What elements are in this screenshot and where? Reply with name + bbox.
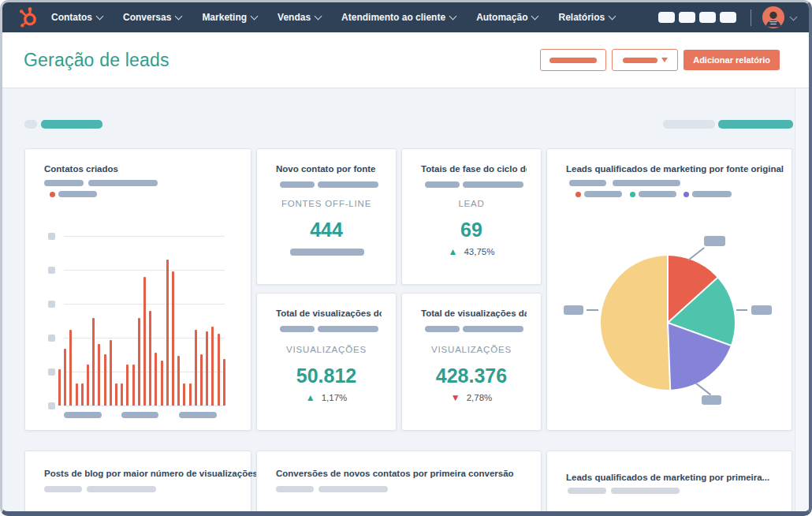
- report-card-novo-contato-por-fonte[interactable]: Novo contato por fonte FONTES OFF-LINE 4…: [256, 148, 397, 285]
- bar: [183, 383, 185, 406]
- redacted-pie-label: [564, 305, 583, 315]
- bar: [195, 330, 197, 406]
- nav-utility-icon-1[interactable]: [658, 12, 675, 23]
- pie-callout-line: [587, 309, 598, 311]
- pie-slice-separator: [668, 322, 732, 346]
- redacted-subtitle-bar: [280, 181, 315, 188]
- redacted-subtitle-bar: [425, 326, 460, 332]
- report-title: Novo contato por fonte: [276, 164, 376, 174]
- report-card-totais-de-fase[interactable]: Totais de fase do ciclo de... LEAD 69 ▲ …: [401, 148, 542, 285]
- nav-item-marketing[interactable]: Marketing: [202, 12, 257, 23]
- redacted-yaxis-tick: [48, 267, 55, 274]
- bar: [155, 353, 157, 406]
- nav-item-relatorios[interactable]: Relatórios: [558, 12, 615, 23]
- toolbar-placeholder-pill: [24, 120, 37, 129]
- delta-value: 2,78%: [467, 393, 493, 402]
- metric-value: 428.376: [402, 365, 541, 387]
- nav-item-vendas[interactable]: Vendas: [277, 12, 321, 23]
- bar: [76, 383, 78, 406]
- report-card-total-visualizacoes-da[interactable]: Total de visualizações da... VISUALIZAÇÕ…: [401, 293, 542, 431]
- add-report-button[interactable]: Adicionar relatório: [683, 50, 780, 70]
- chevron-down-icon: [449, 13, 457, 21]
- gridline: [64, 236, 225, 237]
- bar: [177, 356, 180, 406]
- bar: [64, 349, 66, 406]
- delta-row: ▲ 1,17%: [257, 393, 396, 402]
- bar: [121, 383, 123, 406]
- pie-callout-line: [736, 309, 747, 311]
- user-avatar[interactable]: [762, 6, 784, 28]
- bar-chart-bars: [58, 260, 225, 406]
- metric-label: VISUALIZAÇÕES: [402, 345, 541, 354]
- report-card-posts-de-blog[interactable]: Posts de blog por maior número de visual…: [24, 451, 251, 516]
- vertical-scrollbar[interactable]: [795, 32, 809, 511]
- dashboard-filter-button[interactable]: [540, 49, 606, 71]
- redacted-subtitle-bar: [276, 486, 314, 492]
- report-title: Totais de fase do ciclo de...: [421, 164, 527, 174]
- delta-row: ▼ 2,78%: [402, 393, 541, 402]
- redacted-legend-bar: [58, 191, 97, 197]
- bar: [87, 365, 89, 406]
- report-card-leads-por-fonte-original[interactable]: Leads qualificados de marketing por font…: [546, 148, 792, 431]
- avatar-chevron-down-icon[interactable]: [790, 13, 798, 21]
- report-title: Leads qualificados de marketing por prim…: [566, 473, 769, 482]
- legend-dot: [50, 192, 55, 197]
- nav-item-contatos[interactable]: Contatos: [51, 12, 102, 23]
- page-header: Geração de leads Adicionar relatório: [2, 32, 809, 88]
- metric-value: 50.812: [257, 365, 396, 387]
- nav-item-conversas[interactable]: Conversas: [123, 12, 181, 23]
- bar: [189, 383, 192, 406]
- redacted-pie-label: [702, 395, 721, 405]
- report-card-contatos-criados[interactable]: Contatos criados: [24, 148, 251, 431]
- nav-item-label: Contatos: [51, 12, 92, 23]
- dropdown-triangle-icon: [661, 58, 668, 62]
- redacted-subtitle-bar: [318, 326, 378, 332]
- redacted-subtitle-bar: [613, 180, 680, 186]
- trend-down-icon: ▼: [451, 393, 460, 402]
- redacted-legend-bar: [692, 191, 732, 197]
- nav-utility-icon-2[interactable]: [679, 12, 695, 23]
- page-title: Geração de leads: [24, 50, 169, 71]
- redacted-subtitle-bar: [425, 181, 460, 188]
- bar: [98, 344, 100, 406]
- redacted-pie-label: [704, 236, 725, 246]
- nav-utility-icon-3[interactable]: [699, 12, 716, 23]
- pie-slice-separator: [667, 256, 669, 323]
- nav-item-atendimento[interactable]: Atendimento ao cliente: [341, 12, 456, 23]
- redacted-subtitle-bar: [611, 488, 680, 494]
- legend-dot: [683, 192, 689, 197]
- bar: [138, 318, 140, 406]
- redacted-yaxis-tick: [48, 402, 55, 409]
- app-window: Contatos Conversas Marketing Vendas Aten…: [0, 0, 812, 516]
- bar: [92, 318, 95, 406]
- trend-up-icon: ▲: [449, 247, 458, 256]
- redacted-subtitle-bar: [87, 486, 156, 492]
- bar: [161, 361, 163, 406]
- report-card-leads-por-primeira[interactable]: Leads qualificados de marketing por prim…: [546, 451, 792, 516]
- report-card-total-visualizacoes-do[interactable]: Total de visualizações do... VISUALIZAÇÕ…: [256, 293, 397, 431]
- hubspot-logo-icon[interactable]: [17, 6, 40, 28]
- nav-utility-icon-4[interactable]: [720, 12, 736, 23]
- report-title: Conversões de novos contatos por primeir…: [276, 469, 514, 478]
- pie-chart: [601, 256, 735, 390]
- report-card-conversoes-novos-contatos[interactable]: Conversões de novos contatos por primeir…: [256, 451, 542, 516]
- report-title: Total de visualizações da...: [421, 308, 527, 318]
- chevron-down-icon: [609, 13, 616, 21]
- bar: [132, 365, 135, 406]
- chevron-down-icon: [175, 13, 183, 21]
- redacted-yaxis-tick: [48, 335, 55, 342]
- metric-value: 444: [257, 219, 396, 241]
- redacted-xaxis-label-bar: [121, 412, 158, 418]
- chevron-down-icon: [251, 13, 259, 21]
- metric-label: FONTES OFF-LINE: [257, 199, 396, 208]
- redacted-subtitle-bar: [569, 180, 606, 186]
- dashboard-actions-dropdown[interactable]: [612, 49, 678, 71]
- legend-dot: [630, 192, 635, 197]
- toolbar-placeholder-pill: [663, 120, 715, 129]
- redacted-subtitle-bar: [463, 326, 523, 332]
- bar: [206, 331, 208, 406]
- bar: [211, 327, 214, 406]
- report-title: Leads qualificados de marketing por font…: [566, 164, 784, 174]
- nav-item-label: Marketing: [202, 12, 247, 23]
- nav-item-automacao[interactable]: Automação: [476, 12, 538, 23]
